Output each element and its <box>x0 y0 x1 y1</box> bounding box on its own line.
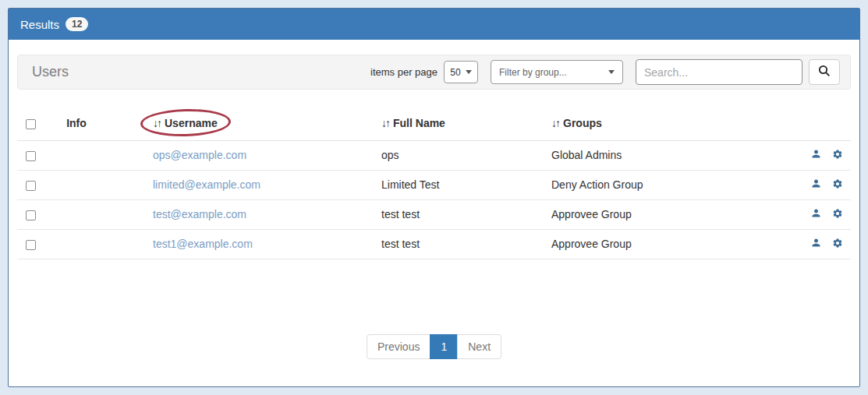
search-button[interactable] <box>809 59 840 85</box>
user-icon[interactable] <box>810 148 822 162</box>
info-cell <box>45 199 108 229</box>
column-header-info: Info <box>45 106 108 140</box>
sort-icon: ↓↑ <box>381 117 389 129</box>
items-per-page-value: 50 <box>450 67 460 78</box>
column-header-fullname[interactable]: ↓↑Full Name <box>381 106 551 140</box>
search-icon <box>817 64 831 80</box>
gear-icon[interactable] <box>832 149 843 162</box>
column-header-groups[interactable]: ↓↑Groups <box>551 106 790 140</box>
group-filter-value: Filter by group... <box>499 67 567 78</box>
row-checkbox[interactable] <box>26 181 36 191</box>
panel-title: Results <box>20 18 59 31</box>
groups-cell: Deny Action Group <box>551 170 790 199</box>
pagination-previous-button[interactable]: Previous <box>367 334 430 359</box>
search-input[interactable] <box>636 59 802 85</box>
fullname-cell: test test <box>381 199 551 229</box>
pagination-next-button[interactable]: Next <box>457 334 501 359</box>
table-row: ops@example.com ops Global Admins <box>17 140 851 170</box>
sort-icon: ↓↑ <box>153 117 161 129</box>
items-per-page-label: items per page <box>370 66 438 78</box>
panel-body: Users items per page 50 Filter by group.… <box>9 40 859 359</box>
results-count-badge: 12 <box>66 17 88 31</box>
table-row: test@example.com test test Approvee Grou… <box>17 199 851 229</box>
chevron-down-icon <box>608 70 615 74</box>
table-body: ops@example.com ops Global Admins limite… <box>17 140 851 259</box>
table-row: limited@example.com Limited Test Deny Ac… <box>17 170 851 199</box>
items-per-page-select[interactable]: 50 <box>444 61 478 83</box>
fullname-cell: Limited Test <box>381 170 551 199</box>
gear-icon[interactable] <box>832 238 843 251</box>
fullname-cell: ops <box>381 140 551 170</box>
username-link[interactable]: ops@example.com <box>153 149 246 161</box>
gear-icon[interactable] <box>832 208 843 221</box>
username-link[interactable]: test@example.com <box>153 208 246 220</box>
panel-heading: Results 12 <box>9 9 859 40</box>
groups-cell: Approvee Group <box>551 199 790 229</box>
info-cell <box>45 229 108 259</box>
user-icon[interactable] <box>810 237 822 251</box>
column-header-username[interactable]: ↓↑Username <box>108 106 381 140</box>
results-panel: Results 12 Users items per page 50 Filte… <box>8 8 860 387</box>
sort-icon: ↓↑ <box>551 117 559 129</box>
groups-cell: Global Admins <box>551 140 790 170</box>
users-table: Info ↓↑Username ↓↑Full Name ↓↑Groups <box>17 106 851 259</box>
toolbar-controls: items per page 50 Filter by group... <box>370 59 840 85</box>
table-row: test1@example.com test test Approvee Gro… <box>17 229 851 259</box>
table-toolbar: Users items per page 50 Filter by group.… <box>17 55 851 90</box>
info-cell <box>45 170 108 199</box>
user-icon[interactable] <box>810 207 822 221</box>
fullname-cell: test test <box>381 229 551 259</box>
row-checkbox[interactable] <box>26 151 36 161</box>
username-link[interactable]: limited@example.com <box>153 178 260 191</box>
chevron-down-icon <box>466 70 472 74</box>
pagination-page-1[interactable]: 1 <box>430 334 458 359</box>
info-cell <box>45 140 108 170</box>
user-icon[interactable] <box>810 178 822 192</box>
select-all-checkbox[interactable] <box>26 119 36 129</box>
username-link[interactable]: test1@example.com <box>153 238 253 250</box>
row-checkbox[interactable] <box>26 240 36 250</box>
page-title: Users <box>32 64 69 80</box>
table-header-row: Info ↓↑Username ↓↑Full Name ↓↑Groups <box>17 106 851 140</box>
gear-icon[interactable] <box>832 178 843 192</box>
groups-cell: Approvee Group <box>551 229 790 259</box>
group-filter-select[interactable]: Filter by group... <box>491 60 623 84</box>
pagination: Previous 1 Next <box>17 334 851 359</box>
row-checkbox[interactable] <box>26 210 36 220</box>
